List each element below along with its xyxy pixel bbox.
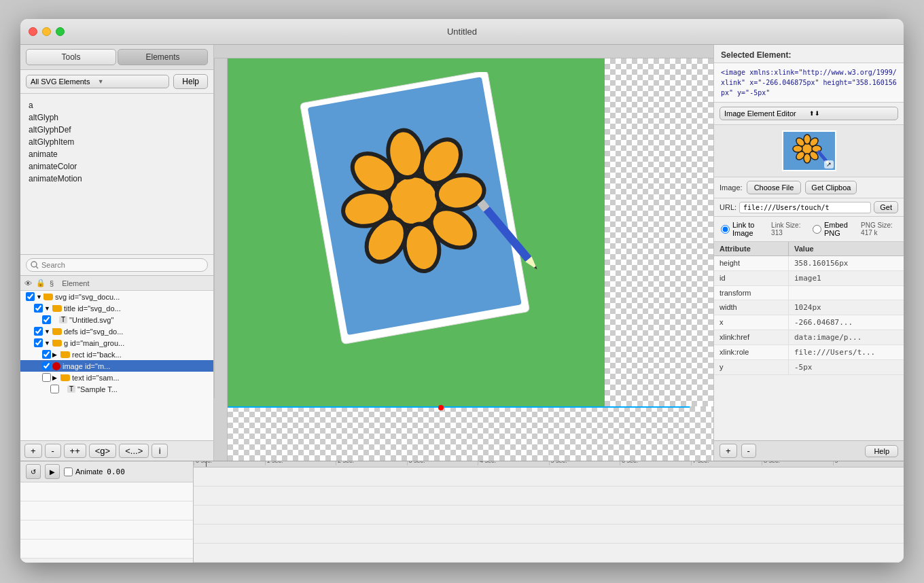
animate-checkbox[interactable] (64, 467, 73, 476)
image-label: Image: (719, 183, 743, 192)
tree-checkbox[interactable] (50, 385, 59, 393)
help-button[interactable]: Help (173, 74, 208, 89)
list-item[interactable]: altGlyphDef (29, 124, 205, 136)
tree-checkbox[interactable] (26, 292, 35, 301)
minimize-button[interactable] (42, 27, 51, 36)
attr-row-height[interactable]: height 358.160156px (714, 256, 904, 271)
attr-help-button[interactable]: Help (865, 445, 898, 457)
play-button[interactable]: ▶ (45, 464, 60, 479)
attr-value: 1024px (789, 300, 904, 315)
radio-link-input[interactable] (721, 225, 730, 234)
list-item[interactable]: animateMotion (29, 173, 205, 185)
remove-element-button[interactable]: - (45, 444, 61, 458)
attr-table-header: Attribute Value (714, 242, 904, 256)
tree-node-label: text id="sam... (72, 374, 120, 382)
tree-node-label: "Untitled.svg" (69, 316, 113, 324)
tree-checkbox[interactable] (42, 315, 51, 324)
text-icon: T (67, 385, 75, 393)
group-button[interactable]: <g> (89, 444, 116, 458)
tab-elements[interactable]: Elements (118, 49, 208, 65)
canvas-svg (268, 72, 635, 385)
attr-row-id[interactable]: id image1 (714, 271, 904, 286)
chevron-down-icon: ⬆⬇ (809, 110, 894, 117)
timeline-track-right (194, 544, 904, 563)
attr-row-width[interactable]: width 1024px (714, 300, 904, 315)
url-input[interactable] (739, 202, 871, 213)
attr-name: xlink:href (714, 330, 789, 344)
thumbnail-area: ↗ (714, 125, 904, 177)
list-item[interactable]: altGlyph (29, 111, 205, 124)
list-item[interactable]: animateColor (29, 160, 205, 173)
add-element-button[interactable]: + (24, 444, 42, 458)
expand-icon: ▼ (44, 305, 51, 312)
radio-embed-input[interactable] (813, 225, 821, 234)
tree-checkbox[interactable] (42, 361, 51, 370)
attr-value: -266.04687... (789, 315, 904, 330)
timeline-ruler: 0 sec. 1 sec. 2 sec. 3 sec. 4 sec. 5 sec… (194, 461, 904, 467)
timeline-track-right (194, 506, 904, 525)
choose-file-button[interactable]: Choose File (747, 181, 802, 194)
maximize-button[interactable] (56, 27, 65, 36)
tree-checkbox[interactable] (34, 327, 43, 336)
tree-row[interactable]: ▼ g id="main_grou... (20, 337, 213, 349)
tree-checkbox[interactable] (34, 304, 43, 313)
timeline-track-right (194, 525, 904, 544)
tree-node-label: g id="main_grou... (64, 339, 124, 347)
tree-row-selected[interactable]: image id="m... (20, 360, 213, 372)
chevron-down-icon: ▼ (98, 78, 165, 85)
tree-row[interactable]: ▶ rect id="back... (20, 349, 213, 360)
tree-row[interactable]: ▶ text id="sam... (20, 372, 213, 383)
tab-tools[interactable]: Tools (26, 49, 116, 65)
ruler-mark: 8 sec. (762, 461, 833, 465)
folder-icon (52, 340, 62, 347)
image-editor-dropdown[interactable]: Image Element Editor ⬆⬇ (719, 107, 898, 120)
tree-row[interactable]: ▼ defs id="svg_do... (20, 325, 213, 337)
attr-value: file:///Users/t... (789, 345, 904, 359)
attr-row-y[interactable]: y -5px (714, 360, 904, 375)
add-attribute-button[interactable]: + (719, 444, 737, 458)
playhead[interactable] (206, 461, 207, 467)
rewind-icon: ↺ (31, 468, 36, 476)
attr-name: width (714, 300, 789, 315)
svg-elements-dropdown[interactable]: All SVG Elements ▼ (26, 75, 169, 88)
tree-row[interactable]: T "Untitled.svg" (20, 314, 213, 325)
tree-checkbox[interactable] (34, 338, 43, 347)
timeline-tracks-right (194, 467, 904, 563)
attr-name: x (714, 315, 789, 330)
remove-attribute-button[interactable]: - (741, 444, 756, 458)
editor-dropdown-row: Image Element Editor ⬆⬇ (714, 103, 904, 125)
list-item[interactable]: a (29, 99, 205, 111)
get-clipboard-button[interactable]: Get Clipboa (805, 181, 857, 194)
selected-element-header: Selected Element: (714, 45, 904, 63)
ruler-svg: // inline SVG ticks won't work, handled … (214, 45, 713, 58)
duplicate-button[interactable]: ++ (64, 444, 86, 458)
attr-row-xlink-role[interactable]: xlink:role file:///Users/t... (714, 345, 904, 360)
tree-checkbox[interactable] (42, 350, 51, 359)
info-button[interactable]: i (152, 444, 168, 458)
folder-icon (52, 305, 62, 312)
search-input[interactable] (26, 258, 208, 272)
text-icon: T (59, 316, 67, 323)
tree-row[interactable]: ▼ title id="svg_do... (20, 302, 213, 314)
play-icon: ▶ (50, 468, 55, 476)
canvas-area[interactable]: // inline SVG ticks won't work, handled … (214, 45, 713, 461)
attr-row-transform[interactable]: transform (714, 286, 904, 300)
get-url-button[interactable]: Get (874, 201, 898, 213)
tree-bottom-toolbar: + - ++ <g> <...> i (20, 440, 213, 461)
list-item[interactable]: animate (29, 148, 205, 160)
rewind-button[interactable]: ↺ (26, 464, 41, 479)
wrap-button[interactable]: <...> (119, 444, 149, 458)
close-button[interactable] (29, 27, 37, 36)
tree-row[interactable]: T "Sample T... (20, 383, 213, 395)
tree-row[interactable]: ▼ svg id="svg_docu... (20, 291, 213, 302)
selected-element-code: <image xmlns:xlink="http://www.w3.org/19… (714, 63, 904, 103)
attr-row-x[interactable]: x -266.04687... (714, 315, 904, 330)
list-item[interactable]: altGlyphItem (29, 136, 205, 148)
canvas-anchor-point[interactable] (438, 405, 444, 410)
attr-value: 358.160156px (789, 256, 904, 270)
timeline-track (20, 540, 193, 559)
attr-row-xlink-href[interactable]: xlink:href data:image/p... (714, 330, 904, 345)
tree-checkbox[interactable] (42, 373, 51, 382)
ruler-mark: 4 sec. (478, 461, 549, 465)
checker-bottom (228, 406, 713, 461)
